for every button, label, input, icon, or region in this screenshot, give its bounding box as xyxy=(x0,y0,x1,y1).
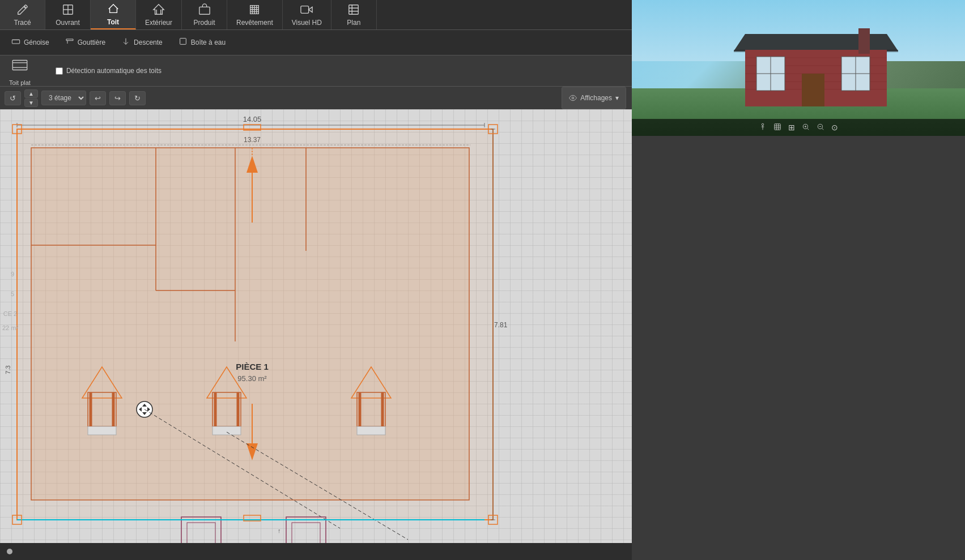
boite-eau-btn[interactable]: Boîte à eau xyxy=(172,34,232,51)
descente-icon xyxy=(121,37,130,48)
cursor-pos: ↑ xyxy=(278,527,281,534)
toolbar-visuel-hd[interactable]: Visuel HD xyxy=(283,0,331,29)
gouttiere-icon xyxy=(65,37,74,48)
toolbar-exterieur-label: Extérieur xyxy=(145,19,172,27)
toolbar-produit-label: Produit xyxy=(194,19,215,27)
3d-grid-icon[interactable] xyxy=(773,123,781,132)
refresh-btn[interactable]: ↻ xyxy=(129,91,146,105)
affichages-btn[interactable]: Affichages ▾ xyxy=(562,87,626,109)
svg-rect-70 xyxy=(88,426,116,435)
svg-rect-80 xyxy=(357,426,385,435)
3d-layout-icon[interactable]: ⊞ xyxy=(788,123,795,132)
affichages-chevron: ▾ xyxy=(615,94,619,102)
3d-view xyxy=(632,0,965,136)
visuel-hd-icon xyxy=(300,3,313,18)
rotate-btn[interactable]: ↺ xyxy=(5,91,21,105)
svg-rect-5 xyxy=(199,7,209,14)
right-panel-bottom xyxy=(632,136,965,560)
toit-plat-icon xyxy=(10,55,29,78)
boite-eau-icon xyxy=(178,37,188,48)
svg-rect-13 xyxy=(180,39,186,45)
canvas-area: 14.05 13.37 7.81 7.3 xyxy=(0,109,632,560)
detection-label: Détection automatique des toits xyxy=(66,67,161,75)
toolbar-toit-label: Toit xyxy=(107,18,119,26)
redo-btn[interactable]: ↪ xyxy=(109,91,126,105)
produit-icon xyxy=(198,3,211,18)
3d-view-toolbar: ⊞ ⊙ xyxy=(632,119,965,136)
bottom-bar xyxy=(0,543,632,560)
detection-check: Détection automatique des toits xyxy=(56,67,161,75)
gouttiere-label: Gouttière xyxy=(78,39,105,46)
svg-rect-7 xyxy=(349,5,359,14)
dim-left-label: 7.3 xyxy=(5,365,11,374)
canvas-toolbar: ↺ ▲ ▼ 3 étage 2 étage 1 étage ↩ ↪ ↻ xyxy=(0,87,333,109)
detection-checkbox[interactable] xyxy=(56,67,63,75)
3d-zoom-in-icon[interactable] xyxy=(802,123,810,132)
svg-rect-6 xyxy=(301,6,309,13)
floor-down-btn[interactable]: ▼ xyxy=(24,99,38,107)
genoise-btn[interactable]: Génoise xyxy=(5,34,56,51)
genoise-label: Génoise xyxy=(24,39,49,46)
exterieur-icon xyxy=(152,3,165,18)
svg-marker-18 xyxy=(734,34,898,51)
dim-top-label: 14.05 xyxy=(243,115,262,123)
svg-rect-33 xyxy=(858,28,870,54)
toit-icon xyxy=(107,3,120,17)
status-dot xyxy=(7,549,12,554)
trace-icon xyxy=(16,3,29,18)
3d-zoom-out-icon[interactable] xyxy=(817,123,824,132)
toolbar-toit[interactable]: Toit xyxy=(91,0,136,29)
svg-line-45 xyxy=(822,128,824,130)
gouttiere-btn[interactable]: Gouttière xyxy=(58,34,112,51)
toit-plat-item[interactable]: Toit plat xyxy=(5,53,35,88)
toolbar-revetement-label: Revêtement xyxy=(236,19,273,27)
room-name-text: PIÈCE 1 xyxy=(236,362,269,371)
svg-rect-35 xyxy=(775,123,781,130)
toolbar-ouvrant[interactable]: Ouvrant xyxy=(45,0,91,29)
svg-rect-75 xyxy=(212,426,241,435)
toolbar-revetement[interactable]: Revêtement xyxy=(227,0,283,29)
toolbar-visuel-hd-label: Visuel HD xyxy=(292,19,322,27)
floor-plan-svg: 14.05 13.37 7.81 7.3 xyxy=(0,109,632,560)
3d-target-icon[interactable]: ⊙ xyxy=(831,123,838,132)
toolbar-trace[interactable]: Tracé xyxy=(0,0,45,29)
stage-select[interactable]: 3 étage 2 étage 1 étage xyxy=(41,91,86,105)
toit-plat-label: Toit plat xyxy=(9,79,31,86)
genoise-icon xyxy=(11,37,20,48)
svg-line-41 xyxy=(807,128,809,130)
svg-point-17 xyxy=(572,97,574,99)
side-label-1: 9 xyxy=(11,271,14,277)
right-panel-3d: ⊞ ⊙ xyxy=(632,0,965,136)
svg-rect-86 xyxy=(292,523,320,545)
undo-btn[interactable]: ↩ xyxy=(90,91,106,105)
boite-eau-label: Boîte à eau xyxy=(191,39,226,46)
svg-point-34 xyxy=(762,123,764,126)
side-label-3: CE 2 xyxy=(3,310,17,317)
toolbar-produit[interactable]: Produit xyxy=(182,0,227,29)
svg-rect-10 xyxy=(12,40,19,44)
room-area-text: 95.30 m² xyxy=(237,374,267,383)
floor-up-btn[interactable]: ▲ xyxy=(24,89,38,98)
toolbar-trace-label: Tracé xyxy=(14,19,31,27)
toolbar-exterieur[interactable]: Extérieur xyxy=(136,0,182,29)
svg-rect-84 xyxy=(187,523,215,545)
toolbar-plan-label: Plan xyxy=(347,19,360,27)
plan-icon xyxy=(347,3,360,18)
svg-rect-14 xyxy=(12,61,27,70)
toolbar-plan[interactable]: Plan xyxy=(331,0,377,29)
affichages-label: Affichages xyxy=(580,94,612,102)
ouvrant-icon xyxy=(62,3,74,18)
revetement-icon xyxy=(248,3,261,18)
descente-label: Descente xyxy=(134,39,163,46)
side-label-2: 5 xyxy=(11,290,14,297)
dim-right-label: 7.81 xyxy=(494,321,508,329)
svg-rect-32 xyxy=(802,74,824,106)
3d-person-icon[interactable] xyxy=(759,123,767,132)
side-label-4: 22 m² xyxy=(2,324,18,331)
descente-btn[interactable]: Descente xyxy=(114,34,169,51)
toolbar-ouvrant-label: Ouvrant xyxy=(56,19,80,27)
